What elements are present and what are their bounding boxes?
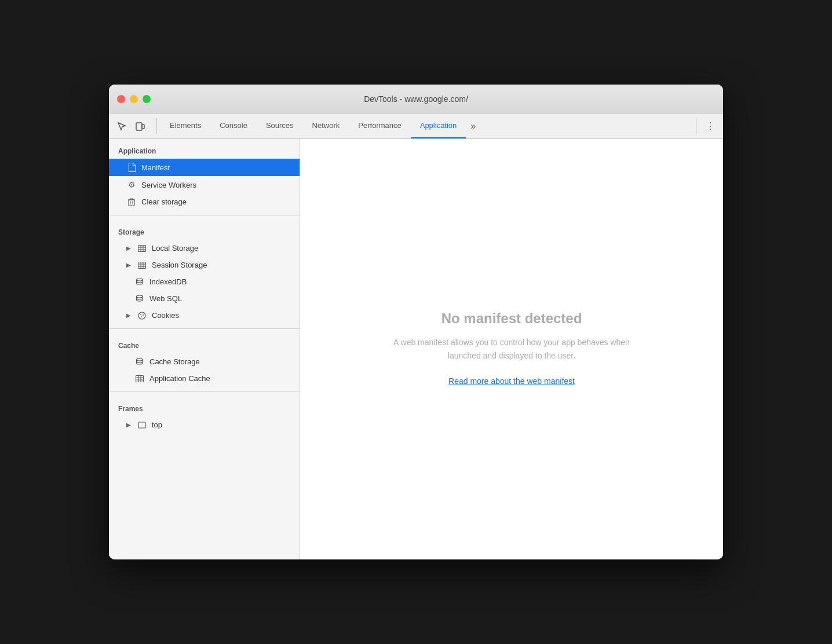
indexeddb-label: IndexedDB xyxy=(149,277,187,286)
sidebar: Application Manifest ⚙ Service Workers xyxy=(109,139,300,559)
top-label: top xyxy=(152,420,162,429)
sidebar-item-manifest[interactable]: Manifest xyxy=(109,159,300,176)
clear-storage-label: Clear storage xyxy=(141,197,187,206)
db-icon-cache xyxy=(134,358,145,366)
divider-frames xyxy=(109,391,300,392)
tab-elements[interactable]: Elements xyxy=(160,114,210,138)
svg-point-19 xyxy=(140,314,141,315)
web-sql-label: Web SQL xyxy=(149,294,182,303)
svg-point-21 xyxy=(141,316,142,317)
sidebar-item-clear-storage[interactable]: Clear storage xyxy=(109,193,300,210)
svg-rect-1 xyxy=(142,125,144,129)
manifest-link[interactable]: Read more about the web manifest xyxy=(448,376,575,386)
db-icon-websql xyxy=(134,295,145,303)
table-icon-session xyxy=(137,262,147,269)
device-icon[interactable] xyxy=(132,118,148,134)
sidebar-item-application-cache[interactable]: Application Cache xyxy=(109,370,300,387)
application-cache-label: Application Cache xyxy=(149,374,210,383)
sidebar-item-indexeddb[interactable]: IndexedDB xyxy=(109,273,300,290)
frame-icon xyxy=(137,422,147,429)
divider-storage xyxy=(109,215,300,215)
window-title: DevTools - www.google.com/ xyxy=(364,94,468,104)
tab-console[interactable]: Console xyxy=(210,114,257,138)
sidebar-item-web-sql[interactable]: Web SQL xyxy=(109,290,300,307)
tab-performance[interactable]: Performance xyxy=(349,114,410,138)
sidebar-item-service-workers[interactable]: ⚙ Service Workers xyxy=(109,176,300,193)
trash-icon xyxy=(126,198,137,206)
svg-point-17 xyxy=(137,295,143,298)
no-manifest-title: No manifest detected xyxy=(441,310,582,327)
more-options-button[interactable]: ⋮ xyxy=(702,118,718,134)
svg-point-22 xyxy=(137,358,143,361)
local-storage-label: Local Storage xyxy=(152,244,198,253)
toolbar-right-divider xyxy=(696,118,696,134)
sidebar-section-storage: Storage xyxy=(109,220,300,240)
db-icon-indexed xyxy=(134,278,145,286)
svg-rect-23 xyxy=(136,375,144,382)
tab-more-button[interactable]: » xyxy=(466,114,480,138)
no-manifest-desc: A web manifest allows you to control how… xyxy=(390,336,633,388)
chevron-top: ▶ xyxy=(126,422,131,428)
svg-rect-0 xyxy=(136,123,142,130)
sidebar-item-cookies[interactable]: ▶ Cookies xyxy=(109,307,300,324)
session-storage-label: Session Storage xyxy=(152,261,207,269)
service-workers-label: Service Workers xyxy=(141,181,196,189)
toolbar-icons xyxy=(114,118,148,134)
cookie-icon xyxy=(137,312,147,320)
cache-storage-label: Cache Storage xyxy=(149,357,200,366)
svg-rect-6 xyxy=(138,245,146,251)
svg-rect-28 xyxy=(138,422,145,428)
sidebar-section-cache: Cache xyxy=(109,334,300,353)
tab-application[interactable]: Application xyxy=(411,114,466,138)
sidebar-item-cache-storage[interactable]: Cache Storage xyxy=(109,353,300,370)
toolbar: Elements Console Sources Network Perform… xyxy=(109,114,723,139)
devtools-window: DevTools - www.google.com/ Elements Cons… xyxy=(109,85,723,559)
close-button[interactable] xyxy=(117,95,125,103)
sidebar-item-top[interactable]: ▶ top xyxy=(109,416,300,433)
window-controls xyxy=(117,95,151,103)
minimize-button[interactable] xyxy=(130,95,138,103)
tab-network[interactable]: Network xyxy=(303,114,349,138)
svg-point-18 xyxy=(138,312,145,319)
svg-rect-11 xyxy=(138,262,146,268)
main-content: Application Manifest ⚙ Service Workers xyxy=(109,139,723,559)
chevron-cookies: ▶ xyxy=(126,312,131,319)
sidebar-item-local-storage[interactable]: ▶ Local Storage xyxy=(109,240,300,257)
toolbar-divider xyxy=(156,118,157,134)
inspector-icon[interactable] xyxy=(114,118,130,134)
svg-point-16 xyxy=(137,279,143,281)
gear-icon: ⚙ xyxy=(126,180,137,189)
main-panel: No manifest detected A web manifest allo… xyxy=(300,139,723,559)
svg-rect-2 xyxy=(129,200,134,206)
manifest-label: Manifest xyxy=(141,163,170,172)
sidebar-section-application: Application xyxy=(109,139,300,159)
sidebar-section-frames: Frames xyxy=(109,397,300,416)
toolbar-right: ⋮ xyxy=(692,118,718,134)
tab-bar: Elements Console Sources Network Perform… xyxy=(160,114,480,138)
divider-cache xyxy=(109,328,300,329)
table-icon-appcache xyxy=(134,375,145,382)
title-bar: DevTools - www.google.com/ xyxy=(109,85,723,114)
chevron-session-storage: ▶ xyxy=(126,262,131,268)
svg-point-20 xyxy=(143,314,144,316)
cookies-label: Cookies xyxy=(152,311,179,320)
manifest-message: No manifest detected A web manifest allo… xyxy=(390,310,633,388)
tab-sources[interactable]: Sources xyxy=(257,114,303,138)
table-icon-local xyxy=(137,245,147,252)
document-icon xyxy=(126,163,137,172)
maximize-button[interactable] xyxy=(143,95,151,103)
sidebar-item-session-storage[interactable]: ▶ Session Storage xyxy=(109,257,300,273)
chevron-local-storage: ▶ xyxy=(126,245,131,251)
